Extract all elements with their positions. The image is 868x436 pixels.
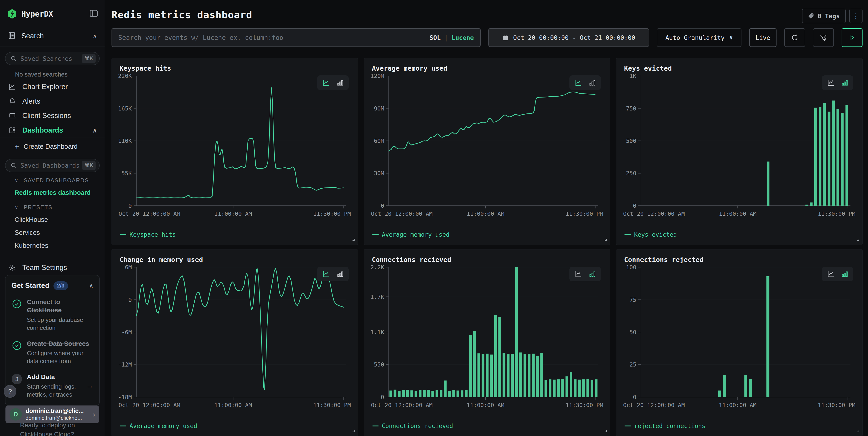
chart-type-toggle[interactable] — [569, 267, 601, 281]
bar — [574, 379, 577, 397]
chart-card-connections-rejected: Connections rejected 0255075100Oct 20 12… — [616, 249, 863, 436]
date-range-button[interactable]: Oct 20 00:00:00 - Oct 21 00:00:00 — [488, 28, 649, 47]
lucene-toggle[interactable]: Lucene — [452, 34, 474, 41]
bar-chart-icon[interactable] — [337, 270, 344, 278]
sidebar-collapse-icon[interactable] — [90, 9, 98, 18]
sidebar-item-redis-dashboard[interactable]: Redis metrics dashboard — [0, 186, 105, 199]
resize-handle[interactable] — [603, 429, 607, 434]
bar-chart-icon[interactable] — [337, 79, 344, 86]
bar — [431, 391, 434, 397]
get-started-item-sources[interactable]: Create Data Sources Configure where your… — [11, 340, 93, 366]
bar — [549, 379, 552, 397]
bar — [805, 205, 808, 206]
bar-chart-icon[interactable] — [841, 270, 848, 278]
kebab-menu-button[interactable]: ⋮ — [849, 9, 863, 23]
filter-button[interactable] — [813, 28, 834, 47]
bar — [515, 267, 518, 397]
legend-label: Average memory used — [129, 423, 197, 429]
chart-type-toggle[interactable] — [317, 267, 349, 281]
presets-header[interactable]: ∨ PRESETS — [0, 201, 105, 213]
line-chart-icon[interactable] — [827, 79, 835, 86]
resize-handle[interactable] — [856, 237, 860, 242]
line-chart-icon[interactable] — [322, 270, 331, 278]
granularity-select[interactable]: Auto Granularity ∨ — [657, 28, 741, 47]
legend-swatch — [624, 426, 631, 427]
y-tick-label: 1.7K — [371, 294, 384, 300]
sidebar-item-alerts[interactable]: Alerts — [0, 94, 105, 109]
get-started-item-add-data[interactable]: 3 Add Data Start sending logs, metrics, … — [11, 373, 93, 399]
chart-type-toggle[interactable] — [822, 267, 853, 281]
chart-legend: Keyspace hits — [120, 231, 176, 238]
sidebar-item-client-sessions[interactable]: Client Sessions — [0, 109, 105, 123]
bar-chart-icon[interactable] — [841, 79, 848, 86]
bar — [465, 390, 467, 397]
bar — [553, 380, 556, 397]
tags-button[interactable]: 0 Tags — [802, 9, 846, 23]
saved-dashboards-input[interactable]: ⌘K — [5, 159, 100, 172]
chart-plot: 05501.1K1.7K2.2KOct 20 12:00:00 AM11:00:… — [371, 264, 604, 411]
y-tick-label: 1K — [629, 73, 636, 79]
resize-handle[interactable] — [603, 237, 607, 242]
series-line — [136, 268, 344, 389]
create-dashboard-button[interactable]: + Create Dashboard — [0, 140, 105, 153]
x-tick-label: 11:30:00 PM — [313, 402, 351, 408]
play-button[interactable] — [842, 28, 863, 47]
refresh-button[interactable] — [784, 28, 805, 47]
chart-card-connections-received: Connections recieved 05501.1K1.7K2.2KOct… — [364, 249, 610, 436]
sidebar-item-kubernetes[interactable]: Kubernetes — [0, 239, 105, 252]
line-chart-icon[interactable] — [575, 270, 583, 278]
resize-handle[interactable] — [351, 429, 355, 434]
sidebar-section-search[interactable]: Search ∧ — [0, 26, 105, 46]
event-search-input[interactable] — [118, 34, 429, 41]
bar — [819, 107, 822, 206]
resize-handle[interactable] — [351, 237, 355, 242]
bar — [448, 391, 451, 397]
chevron-right-icon: › — [93, 410, 95, 419]
line-chart-icon[interactable] — [827, 270, 835, 278]
chart-legend: Average memory used — [120, 423, 197, 429]
help-button[interactable]: ? — [4, 385, 17, 398]
bell-icon — [8, 98, 17, 105]
query-language-toggle: SQL | Lucene — [429, 34, 474, 41]
chart-canvas: 0255075100Oct 20 12:00:00 AM11:00:00 AM1… — [623, 264, 856, 411]
user-menu[interactable]: D dominic.tran@clic... dominic.tran@clic… — [5, 405, 99, 423]
sidebar-item-dashboards[interactable]: Dashboards ∧ — [0, 123, 105, 138]
resize-handle[interactable] — [856, 429, 860, 434]
filter-edit-icon — [819, 34, 827, 41]
chart-title: Keyspace hits — [120, 64, 171, 72]
saved-dashboards-field[interactable] — [21, 162, 82, 169]
sidebar-item-chart-explorer[interactable]: Chart Explorer — [0, 80, 105, 94]
bar — [823, 103, 826, 206]
saved-searches-field[interactable] — [21, 55, 82, 62]
y-tick-label: 0 — [381, 394, 384, 401]
line-chart-icon[interactable] — [322, 79, 331, 86]
bar — [419, 390, 422, 397]
bar — [832, 100, 835, 206]
sidebar-item-services[interactable]: Services — [0, 226, 105, 239]
line-chart-icon[interactable] — [575, 79, 583, 86]
hyperdx-logo-icon — [7, 9, 17, 19]
saved-dashboards-header[interactable]: ∨ SAVED DASHBOARDS — [0, 174, 105, 186]
live-button[interactable]: Live — [749, 28, 776, 47]
bar — [473, 331, 476, 397]
event-search-box[interactable]: SQL | Lucene — [112, 28, 480, 47]
chart-plot: -18M-12M-6M06MOct 20 12:00:00 AM11:00:00… — [118, 264, 351, 411]
bar — [423, 390, 426, 397]
chart-type-toggle[interactable] — [569, 76, 601, 90]
y-tick-label: 55K — [122, 170, 132, 177]
app-root: HyperDX Search ∧ ⌘K No saved searches Ch… — [0, 0, 868, 436]
granularity-value: Auto Granularity — [665, 34, 724, 41]
y-tick-label: 500 — [626, 138, 636, 144]
sql-toggle[interactable]: SQL — [429, 34, 441, 41]
saved-searches-input[interactable]: ⌘K — [5, 52, 100, 65]
get-started-header[interactable]: Get Started 2/3 ∧ — [11, 281, 93, 290]
sidebar-item-clickhouse[interactable]: ClickHouse — [0, 213, 105, 226]
bar-chart-icon[interactable] — [589, 79, 596, 86]
sidebar-item-team-settings[interactable]: Team Settings — [0, 260, 105, 275]
get-started-item-connect[interactable]: Connect to ClickHouse Set up your databa… — [11, 298, 93, 332]
bar — [461, 390, 463, 397]
chart-type-toggle[interactable] — [317, 76, 349, 90]
bar-chart-icon[interactable] — [589, 270, 596, 278]
y-tick-label: 1.1K — [371, 329, 384, 336]
chart-type-toggle[interactable] — [822, 76, 853, 90]
